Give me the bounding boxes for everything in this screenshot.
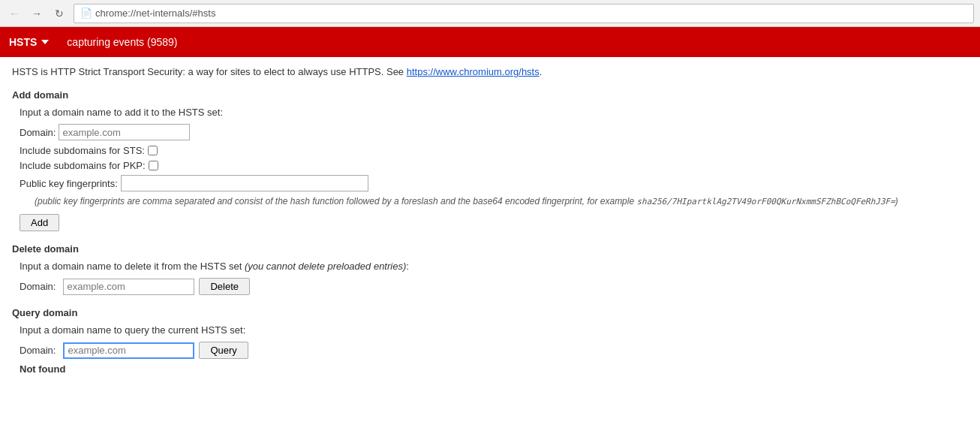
delete-domain-label: Domain: (20, 281, 56, 292)
delete-domain-instruction: Input a domain name to delete it from th… (20, 261, 968, 272)
hsts-link[interactable]: https://www.chromium.org/hsts (407, 66, 540, 77)
page-icon: 📄 (80, 8, 92, 19)
description-text-before: HSTS is HTTP Strict Transport Security: … (12, 66, 407, 77)
hsts-tab[interactable]: HSTS (0, 27, 58, 57)
add-domain-instruction: Input a domain name to add it to the HST… (20, 107, 968, 118)
query-result: Not found (20, 363, 968, 375)
delete-button[interactable]: Delete (199, 278, 250, 295)
add-domain-input[interactable] (59, 124, 190, 140)
sts-checkbox-row: Include subdomains for STS: (20, 145, 968, 156)
query-domain-title: Query domain (12, 307, 968, 318)
pkp-label: Include subdomains for PKP: (20, 160, 146, 171)
main-content: HSTS is HTTP Strict Transport Security: … (0, 57, 980, 396)
url-text: chrome://net-internals/#hsts (95, 8, 215, 19)
add-button-row: Add (20, 214, 968, 231)
delete-domain-row: Domain: Delete (20, 278, 968, 295)
query-domain-instruction: Input a domain name to query the current… (20, 324, 968, 336)
add-domain-label: Domain: (20, 127, 56, 138)
back-button[interactable]: ← (6, 5, 23, 22)
delete-domain-title: Delete domain (12, 243, 968, 255)
query-domain-section: Query domain Input a domain name to quer… (12, 307, 968, 375)
fingerprint-hint: (public key fingerprints are comma separ… (35, 196, 935, 206)
fingerprint-label: Public key fingerprints: (20, 178, 118, 189)
delete-instruction-after: : (406, 261, 409, 272)
delete-domain-section: Delete domain Input a domain name to del… (12, 243, 968, 295)
reload-button[interactable]: ↻ (51, 5, 68, 22)
query-domain-label: Domain: (20, 345, 56, 356)
add-domain-section: Add domain Input a domain name to add it… (12, 89, 968, 231)
hsts-tab-label: HSTS (9, 36, 37, 48)
fingerprint-row: Public key fingerprints: (20, 175, 968, 191)
add-domain-row: Domain: (20, 124, 968, 140)
address-bar: 📄 chrome://net-internals/#hsts (74, 4, 974, 23)
fingerprint-hint-end: ) (895, 196, 898, 206)
pkp-checkbox-row: Include subdomains for PKP: (20, 160, 968, 171)
pkp-checkbox[interactable] (149, 161, 158, 170)
dropdown-arrow-icon (41, 40, 49, 44)
description: HSTS is HTTP Strict Transport Security: … (12, 66, 968, 77)
add-domain-title: Add domain (12, 89, 968, 101)
fingerprint-hint-text: (public key fingerprints are comma separ… (35, 196, 636, 206)
browser-toolbar: ← → ↻ 📄 chrome://net-internals/#hsts (0, 0, 980, 27)
query-domain-row: Domain: Query (20, 342, 968, 359)
delete-instruction-before: Input a domain name to delete it from th… (20, 261, 245, 272)
delete-instruction-italic: (you cannot delete preloaded entries) (245, 261, 406, 272)
query-button[interactable]: Query (199, 342, 248, 359)
sts-checkbox[interactable] (148, 146, 158, 155)
delete-domain-input[interactable] (63, 279, 194, 295)
fingerprint-input[interactable] (121, 175, 368, 191)
capturing-events-text: capturing events (9589) (67, 36, 177, 48)
query-domain-input[interactable] (63, 342, 194, 359)
sts-label: Include subdomains for STS: (20, 145, 145, 156)
forward-button[interactable]: → (29, 5, 45, 22)
description-text-after: . (540, 66, 543, 77)
fingerprint-example: sha256/7HIpartklAg2TV49orF00QKurNxmmSFZh… (636, 197, 894, 206)
app-header: HSTS capturing events (9589) (0, 27, 980, 57)
add-button[interactable]: Add (20, 214, 59, 231)
